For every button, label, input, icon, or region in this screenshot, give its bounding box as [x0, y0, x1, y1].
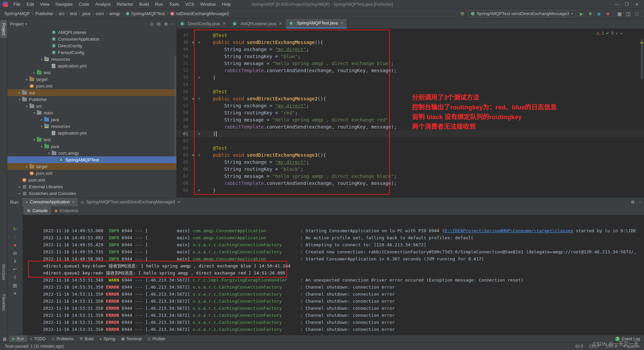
- scroll-to-end-icon[interactable]: ⇩: [11, 275, 19, 280]
- code-line[interactable]: 59 String message = "hello spring amqp ,…: [177, 116, 644, 123]
- tree-item-pom-xml[interactable]: mpom.xml: [7, 177, 176, 183]
- editor-tab-amqplistener-java[interactable]: CAMQPListener.java✕: [229, 19, 285, 29]
- project-scrollbar[interactable]: [174, 56, 176, 156]
- tree-item-consumerapplication[interactable]: CConsumerApplication: [7, 36, 176, 42]
- code-line[interactable]: 54: [177, 81, 644, 88]
- tree-item-java[interactable]: ▸java: [7, 116, 176, 123]
- menu-edit[interactable]: Edit: [23, 0, 37, 8]
- close-button[interactable]: ✕: [632, 2, 642, 7]
- debug-button[interactable]: ❖: [587, 11, 594, 16]
- tree-item-src[interactable]: ▾src: [7, 103, 176, 109]
- close-icon[interactable]: ✕: [222, 21, 225, 26]
- tree-arrow-icon[interactable]: ▸: [17, 91, 22, 95]
- menu-tools[interactable]: Tools: [166, 0, 182, 8]
- toolwindow-button-todo[interactable]: ≡TODO: [27, 335, 49, 342]
- stop-button[interactable]: ■: [604, 11, 611, 16]
- breadcrumb-item-springamqptest[interactable]: CSpringAMQPTest: [124, 10, 166, 17]
- event-log-button[interactable]: 2 Event Log: [615, 337, 642, 341]
- next-issue-icon[interactable]: ∨: [620, 32, 623, 35]
- code-line[interactable]: 63 @Test: [177, 144, 644, 151]
- code-line[interactable]: 58 String routingKey = "red";: [177, 109, 644, 116]
- collapse-all-icon[interactable]: ⊟: [157, 21, 161, 27]
- tree-item-amqplistener[interactable]: CAMQPListener: [7, 29, 176, 36]
- tree-item-external-libraries[interactable]: ▸▤External Libraries: [7, 183, 176, 190]
- menu-build[interactable]: Build: [136, 0, 152, 8]
- tree-item-resources[interactable]: ▾resources: [7, 123, 176, 130]
- warning-stripe-mark[interactable]: [640, 42, 643, 43]
- code-line[interactable]: 49 String exchange = "my.direct";: [177, 46, 644, 53]
- tree-arrow-icon[interactable]: ▸: [17, 192, 22, 195]
- tree-item-pom-xml[interactable]: mpom.xml: [7, 83, 176, 89]
- code-line[interactable]: 61∧ }: [177, 130, 644, 137]
- code-line[interactable]: 47 @Test: [177, 32, 644, 39]
- fold-icon[interactable]: ∧: [197, 188, 202, 192]
- breadcrumb-item-java[interactable]: java: [81, 10, 91, 17]
- fold-icon[interactable]: ∧: [197, 75, 202, 80]
- tree-arrow-icon[interactable]: ▾: [17, 98, 22, 101]
- tree-item-application-yml[interactable]: application.yml: [7, 130, 176, 136]
- run-tab-consumerapplication[interactable]: ●ConsumerApplication✕: [22, 198, 78, 206]
- tool-stripe-favorites[interactable]: Favorites: [0, 292, 7, 313]
- tree-arrow-icon[interactable]: ▾: [46, 151, 52, 155]
- run-test-gutter-icon[interactable]: ▶: [190, 40, 197, 44]
- project-panel-title[interactable]: Project: [10, 21, 23, 27]
- toolwindow-button-build[interactable]: ⚒Build: [76, 335, 97, 342]
- hide-panel-icon[interactable]: −: [171, 21, 174, 27]
- status-utf-8[interactable]: UTF-8: [606, 344, 617, 349]
- layout-split-icon[interactable]: ◫: [625, 11, 632, 16]
- tree-item-target[interactable]: ▸target: [7, 76, 176, 83]
- print-icon[interactable]: ▤: [11, 283, 19, 288]
- breadcrumb-item-src[interactable]: src: [58, 10, 65, 17]
- rerun-icon[interactable]: ↻: [11, 227, 19, 232]
- tree-item-directconfig[interactable]: CDirectConfig: [7, 42, 176, 49]
- run-button[interactable]: ▶: [578, 11, 585, 16]
- code-line[interactable]: 52 rabbitTemplate.convertAndSend(exchang…: [177, 67, 644, 74]
- code-line[interactable]: 68 rabbitTemplate.convertAndSend(exchang…: [177, 180, 644, 187]
- tree-item-test[interactable]: ▾test: [7, 136, 176, 143]
- toolwindow-button-profiler[interactable]: ◷Profiler: [145, 335, 168, 342]
- editor[interactable]: 47 @Test48▶∨ public void sendDirectExcha…: [177, 29, 644, 197]
- code-line[interactable]: 56▶∨ public void sendDirectExchangMessag…: [177, 95, 644, 102]
- locate-file-icon[interactable]: ⊙: [150, 21, 154, 27]
- close-icon[interactable]: ✕: [177, 200, 180, 204]
- fold-icon[interactable]: ∨: [197, 96, 202, 101]
- run-test-gutter-icon[interactable]: ▶: [190, 97, 197, 100]
- pause-output-icon[interactable]: ‖: [11, 259, 19, 264]
- menu-view[interactable]: View: [37, 0, 52, 8]
- code-line[interactable]: 53∧ }: [177, 74, 644, 81]
- build-hammer-icon[interactable]: ⚒: [459, 11, 466, 16]
- run-test-gutter-icon[interactable]: ▶: [190, 153, 197, 157]
- editor-tab-springamqptest-java[interactable]: CSpringAMQPTest.java✕: [286, 19, 347, 29]
- code-line[interactable]: 64▶∨ public void sendDirectExchangMessag…: [177, 151, 644, 158]
- tree-arrow-icon[interactable]: ▾: [32, 138, 37, 142]
- run-tab-springamqptest-senddirectexchangmessage3[interactable]: ◎SpringAMQPTest.sendDirectExchangMessage…: [78, 198, 183, 206]
- subtab-endpoints[interactable]: ◉Endpoints: [51, 206, 82, 215]
- chevron-down-icon[interactable]: ▾: [25, 22, 27, 26]
- tree-arrow-icon[interactable]: ▾: [24, 104, 30, 108]
- tree-arrow-icon[interactable]: ▾: [39, 124, 44, 128]
- prev-issue-icon[interactable]: ∧: [615, 32, 618, 35]
- tree-item-resources[interactable]: ▾resources: [7, 56, 176, 62]
- status-message[interactable]: Tests passed: 1 (11 minutes ago): [5, 344, 64, 349]
- tool-stripe-project[interactable]: Project: [0, 20, 7, 38]
- breadcrumb-item-amqp[interactable]: amqp: [108, 10, 121, 17]
- minimize-button[interactable]: —: [612, 2, 622, 7]
- run-configuration-select[interactable]: SpringAMQPTest.sendDirectExchangMessage3…: [468, 10, 576, 17]
- toolwindow-button-run[interactable]: ▶Run: [9, 335, 27, 342]
- toolwindow-button-spring[interactable]: ●Spring: [97, 335, 118, 342]
- fold-icon[interactable]: ∨: [197, 40, 202, 44]
- close-icon[interactable]: ✕: [279, 21, 282, 26]
- toolwindow-button-problems[interactable]: ⚠Problems: [49, 335, 77, 342]
- menu-window[interactable]: Window: [197, 0, 219, 8]
- layout-window-icon[interactable]: □: [633, 11, 641, 16]
- toolwindow-button-terminal[interactable]: ▣Terminal: [118, 335, 145, 342]
- editor-scrollbar[interactable]: [641, 39, 643, 79]
- inspection-widget[interactable]: ⚠ 1 ✔ 5 ∧ ∨: [596, 31, 623, 36]
- code-line[interactable]: 51 String message = "hello spring amqp ,…: [177, 60, 644, 67]
- breadcrumb-item-test[interactable]: test: [69, 10, 78, 17]
- settings-gear-icon[interactable]: ⚙: [164, 21, 168, 27]
- fold-icon[interactable]: ∨: [197, 153, 202, 157]
- tree-arrow-icon[interactable]: ▸: [17, 185, 22, 189]
- rerun-failed-tests-icon[interactable]: ↑: [11, 235, 19, 240]
- code-line[interactable]: 69∧ }: [177, 187, 644, 194]
